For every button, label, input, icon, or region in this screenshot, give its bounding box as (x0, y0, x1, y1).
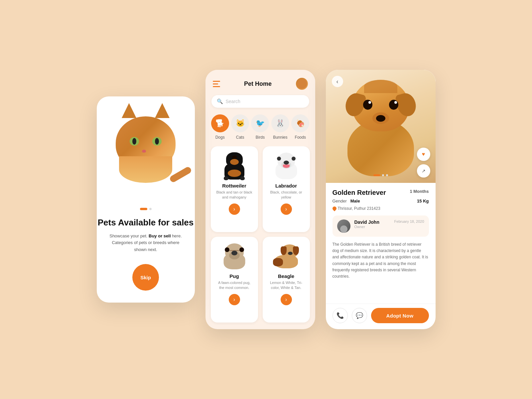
cat-illustration (106, 106, 186, 193)
category-bunnies[interactable]: 🐰 Bunnies (271, 114, 289, 140)
lab-nose (284, 161, 289, 165)
pet-card-rottweiler: Rottweiler Black and tan or black and ma… (211, 146, 258, 232)
puppy-eye-right (389, 100, 398, 110)
rottweiler-art (222, 152, 247, 180)
screen1-onboarding: Pets Available for sales Showcase your p… (97, 96, 195, 303)
photo-dot-active (373, 174, 380, 176)
puppy-nose (376, 115, 385, 122)
onboarding-subtitle: Showcase your pet. Buy or sell here. Cat… (97, 233, 195, 253)
hamburger-line-2 (213, 83, 218, 84)
category-cats[interactable]: 🐱 Cats (231, 114, 249, 140)
rottweiler-desc: Black and tan or black and mahogany (215, 190, 253, 200)
pet-gender: Gender Male (332, 199, 360, 203)
screens-container: Pets Available for sales Showcase your p… (97, 70, 436, 329)
puppy-illustration (334, 76, 427, 183)
category-birds[interactable]: 🐦 Birds (251, 114, 269, 140)
owner-avatar (337, 219, 350, 233)
owner-date: February 18, 2020 (394, 219, 424, 223)
whatsapp-button[interactable]: 💬 (352, 308, 367, 323)
skip-button[interactable]: Skip (132, 264, 159, 291)
rott-nose (232, 156, 237, 159)
pet-description: The Golden Retriever is a British breed … (332, 241, 429, 280)
pet-detail-name: Golden Retriever (332, 189, 386, 197)
photo-dots (373, 174, 388, 176)
pet-weight: 15 Kg (417, 199, 429, 203)
cat-tail (169, 166, 193, 183)
pug-desc: A fawn-colored pug, the most common. (215, 280, 253, 291)
category-circle-birds: 🐦 (251, 114, 269, 132)
location-text: Thrissur, Puthur 231423 (338, 206, 380, 211)
pug-art (221, 243, 247, 269)
foods-icon: 🍖 (296, 119, 305, 128)
beagle-back (273, 258, 283, 266)
heart-icon: ♥ (422, 151, 425, 157)
pug-arrow-btn[interactable]: › (229, 294, 240, 305)
search-bar[interactable]: 🔍 Search (211, 95, 309, 108)
favorite-button[interactable]: ♥ (417, 148, 430, 161)
pet-card-beagle: Beagle Lemon & White, Tri-color, White &… (263, 237, 310, 323)
photo-dot-3 (386, 174, 388, 176)
pet-location: Thrissur, Puthur 231423 (332, 206, 429, 211)
owner-name: David John (354, 219, 390, 225)
progress-dots (140, 208, 152, 210)
pet-home-header: Pet Home (205, 70, 315, 95)
pet-card-labrador: Labrador Black, chocolate, or yellow › (263, 146, 310, 232)
cat-ear-left (122, 103, 136, 118)
share-button[interactable]: ↗ (417, 164, 430, 178)
onboarding-title: Pets Available for sales (98, 217, 194, 228)
lab-mouth (283, 165, 290, 168)
category-dogs[interactable]: 🐕 Dogs (211, 114, 229, 140)
user-avatar[interactable] (296, 78, 308, 90)
whatsapp-icon: 💬 (356, 312, 363, 319)
labrador-name: Labrador (275, 183, 297, 189)
beagle-art (273, 244, 300, 268)
hamburger-line-1 (213, 81, 220, 82)
pet-home-title: Pet Home (244, 80, 272, 87)
pet-info-section: Golden Retriever 1 Months Gender Male 15… (326, 183, 436, 304)
category-row: 🐕 Dogs 🐱 Cats 🐦 Birds 🐰 Bunni (205, 114, 315, 146)
adopt-now-button[interactable]: Adopt Now (371, 308, 429, 323)
labrador-arrow-btn[interactable]: › (281, 203, 292, 215)
cat-nose (142, 150, 146, 153)
pet-age: 1 Months (410, 189, 429, 194)
beagle-ear-right (293, 246, 299, 255)
pet-title-row: Golden Retriever 1 Months (332, 189, 429, 197)
dot-active (140, 208, 147, 210)
bunnies-icon: 🐰 (276, 119, 285, 128)
dogs-label: Dogs (215, 135, 225, 140)
photo-dot-2 (382, 174, 384, 176)
bunnies-label: Bunnies (273, 135, 287, 140)
labrador-image (267, 151, 305, 181)
dot-inactive (149, 208, 152, 210)
puppy-eye-left (363, 100, 372, 110)
pet-grid: Rottweiler Black and tan or black and ma… (205, 146, 315, 329)
lab-eye-left (277, 157, 281, 161)
rottweiler-arrow-btn[interactable]: › (229, 203, 240, 215)
owner-card: David John Owner February 18, 2020 (332, 215, 429, 237)
owner-info: David John Owner (354, 219, 390, 229)
hamburger-menu[interactable] (213, 81, 220, 87)
pet-card-pug: Pug A fawn-colored pug, the most common.… (211, 237, 258, 323)
pet-meta-row: Gender Male 15 Kg (332, 199, 429, 203)
cat-pupil-left (132, 138, 136, 145)
beagle-arrow-btn[interactable]: › (281, 294, 292, 305)
foods-label: Foods (295, 135, 306, 140)
pet-detail-footer: 📞 💬 Adopt Now (326, 304, 436, 329)
cat-eye-right (152, 137, 162, 146)
lab-eye-right (292, 157, 296, 161)
cat-body (109, 106, 182, 173)
cat-ear-right (155, 103, 170, 118)
owner-avatar-head (340, 225, 347, 233)
avatar-image (297, 79, 307, 89)
pug-eye-left (225, 247, 229, 252)
gender-value: Male (350, 199, 360, 203)
call-button[interactable]: 📞 (332, 308, 348, 323)
cats-icon: 🐱 (236, 119, 245, 128)
beagle-image (267, 241, 305, 271)
search-placeholder: Search (226, 99, 240, 104)
rottweiler-name: Rottweiler (222, 183, 246, 189)
puppy-head (352, 80, 409, 131)
birds-label: Birds (256, 135, 265, 140)
pet-photo-area: ‹ (326, 70, 436, 183)
category-foods[interactable]: 🍖 Foods (291, 114, 309, 140)
